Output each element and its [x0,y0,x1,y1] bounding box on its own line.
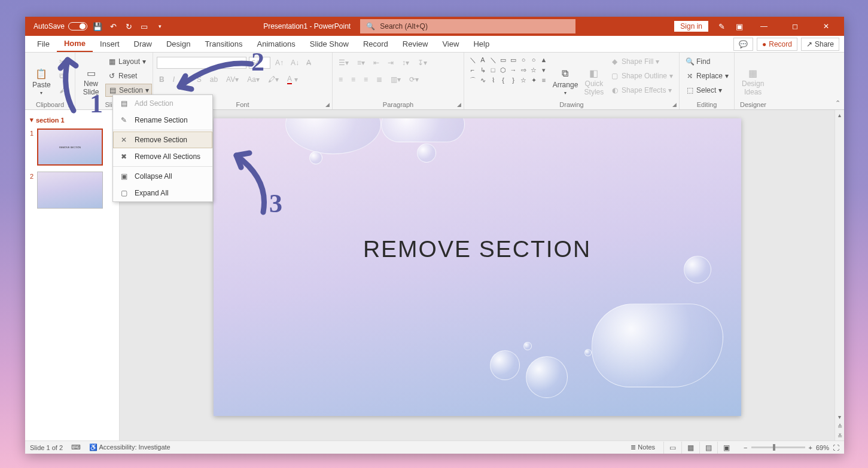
replace-button[interactable]: ⤭Replace ▾ [683,69,731,82]
format-painter-icon[interactable]: 🖌 [57,84,69,97]
slide[interactable]: REMOVE SECTION [214,118,741,416]
tab-draw[interactable]: Draw [127,36,159,52]
comments-button[interactable]: 💬 [733,38,753,51]
grow-font-icon[interactable]: A↑ [273,56,286,69]
redo-icon[interactable]: ↻ [123,21,134,32]
thumbnail-pane[interactable]: ▾ section 1 1 REMOVE SECTION 2 [25,110,120,441]
menu-remove-section[interactable]: ✕Remove Section [113,131,212,148]
design-ideas-button[interactable]: ▦Design Ideas [738,55,768,108]
tab-slideshow[interactable]: Slide Show [303,36,356,52]
collapse-ribbon-icon[interactable]: ⌃ [835,99,840,107]
minimize-button[interactable]: — [752,17,776,36]
indent-icon[interactable]: ⇥ [385,56,396,69]
spacing-icon[interactable]: AV▾ [224,73,241,86]
align-right-icon[interactable]: ≡ [361,73,370,86]
font-launcher-icon[interactable]: ◢ [325,102,330,108]
quickstyles-button[interactable]: ◧Quick Styles [582,55,606,108]
ribbon-display-icon[interactable]: ▣ [734,21,745,32]
drawing-launcher-icon[interactable]: ◢ [672,102,677,108]
shape-outline-button[interactable]: ▢Shape Outline ▾ [608,69,675,82]
share-button[interactable]: ↗ Share [801,38,839,51]
tab-view[interactable]: View [435,36,466,52]
autosave-toggle[interactable]: AutoSave Off [33,22,87,30]
align-left-icon[interactable]: ≡ [336,73,345,86]
paragraph-launcher-icon[interactable]: ◢ [457,102,461,108]
tab-review[interactable]: Review [395,36,435,52]
shape-fill-button[interactable]: ◆Shape Fill ▾ [608,55,675,68]
menu-add-section[interactable]: ▤Add Section [113,95,212,112]
section-header[interactable]: ▾ section 1 [30,114,114,126]
notes-button[interactable]: ≣ Notes [631,443,655,451]
signin-button[interactable]: Sign in [674,20,709,32]
tab-design[interactable]: Design [159,36,197,52]
sorter-view-icon[interactable]: ▦ [681,442,699,454]
clear-format-icon[interactable]: A̶ [304,56,313,69]
reading-view-icon[interactable]: ▤ [699,442,717,454]
tab-help[interactable]: Help [466,36,497,52]
tab-transitions[interactable]: Transitions [197,36,249,52]
menu-expand-all[interactable]: ▢Expand All [113,185,212,201]
layout-button[interactable]: ▦Layout ▾ [105,55,152,68]
normal-view-icon[interactable]: ▭ [663,442,681,454]
copy-icon[interactable]: ⧉ [57,69,69,82]
tab-record[interactable]: Record [356,36,395,52]
thumbnail-1[interactable]: REMOVE SECTION [37,129,103,166]
fit-window-icon[interactable]: ⛶ [833,444,839,451]
linespacing-icon[interactable]: ↕▾ [400,56,412,69]
pen-icon[interactable]: ✎ [716,21,727,32]
slideshow-view-icon[interactable]: ▣ [717,442,735,454]
shadow-icon[interactable]: ab [208,73,220,86]
spellcheck-icon[interactable]: ⌨ [71,443,81,451]
fontcolor-icon[interactable]: A▾ [285,73,300,86]
find-button[interactable]: 🔍Find [683,55,731,68]
italic-icon[interactable]: I [170,73,177,86]
shrink-font-icon[interactable]: A↓ [288,56,301,69]
clipboard-launcher-icon[interactable]: ◢ [68,102,72,108]
underline-icon[interactable]: U [181,73,191,86]
align-center-icon[interactable]: ≡ [349,73,358,86]
scroll-down-icon[interactable]: ▾ [838,412,841,421]
new-slide-button[interactable]: ▭ New Slide [79,55,103,108]
present-icon[interactable]: ▭ [139,21,150,32]
textdir-icon[interactable]: ↧▾ [415,56,430,69]
reset-button[interactable]: ↺Reset [105,69,152,82]
bullets-icon[interactable]: ☰▾ [336,56,351,69]
tab-file[interactable]: File [30,36,57,52]
columns-icon[interactable]: ▥▾ [388,73,403,86]
shapes-gallery[interactable]: ＼A＼▭▭○○▲ ⌐↳□⬡→⇨☆▾ ⌒∿⌇{}☆✦≡ [468,55,549,108]
highlight-icon[interactable]: 🖍▾ [266,73,281,86]
record-button[interactable]: ● Record [757,38,797,51]
tab-insert[interactable]: Insert [93,36,127,52]
prev-slide-icon[interactable]: ≙ [837,421,842,431]
shape-effects-button[interactable]: ◐Shape Effects ▾ [608,84,675,97]
zoom-out-icon[interactable]: − [744,444,747,451]
strike-icon[interactable]: S [194,73,204,86]
canvas-area[interactable]: REMOVE SECTION [120,110,835,441]
arrange-button[interactable]: ⧉Arrange▾ [551,55,580,108]
search-box[interactable]: 🔍 Search (Alt+Q) [360,19,575,33]
tab-home[interactable]: Home [57,36,93,52]
menu-rename-section[interactable]: ✎Rename Section [113,112,212,129]
close-button[interactable]: ✕ [814,17,838,36]
menu-remove-all-sections[interactable]: ✖Remove All Sections [113,148,212,165]
zoom-percent[interactable]: 69% [816,444,829,451]
tab-animations[interactable]: Animations [250,36,303,52]
qat-dropdown-icon[interactable]: ▾ [154,21,165,32]
smartart-icon[interactable]: ⟳▾ [407,73,421,86]
outdent-icon[interactable]: ⇤ [371,56,382,69]
cut-icon[interactable]: ✂ [57,55,69,68]
paste-button[interactable]: 📋 Paste ▾ [29,55,54,108]
thumbnail-2[interactable] [37,172,103,209]
next-slide-icon[interactable]: ≚ [837,431,842,441]
accessibility-status[interactable]: ♿ Accessibility: Investigate [89,443,170,451]
vertical-scrollbar[interactable]: ▴ ▾ ≙ ≚ [835,110,844,441]
zoom-in-icon[interactable]: + [809,444,812,451]
bold-icon[interactable]: B [157,73,167,86]
numbering-icon[interactable]: ≡▾ [355,56,367,69]
menu-collapse-all[interactable]: ▣Collapse All [113,168,212,185]
select-button[interactable]: ⬚Select ▾ [683,84,731,97]
changecase-icon[interactable]: Aa▾ [245,73,262,86]
scroll-up-icon[interactable]: ▴ [838,110,841,120]
font-family-box[interactable] [157,57,246,69]
font-size-box[interactable]: 54 [249,57,270,69]
